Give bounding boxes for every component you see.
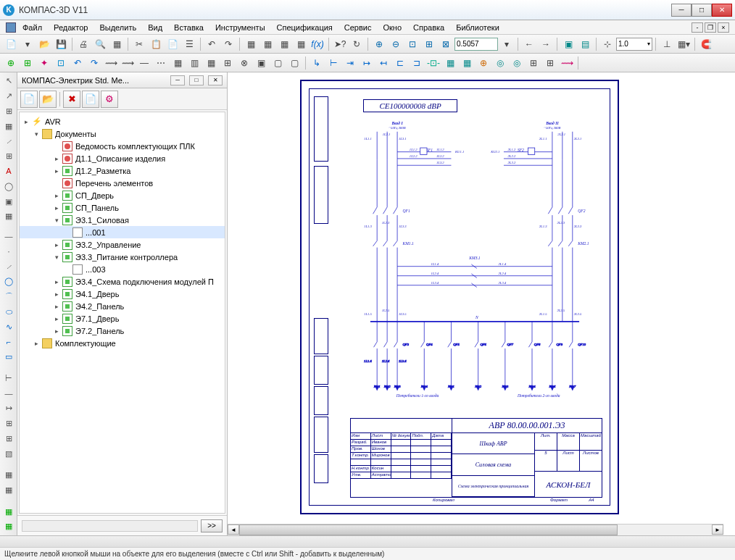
e10-icon[interactable]: ⋯ — [153, 55, 169, 71]
rt-d6[interactable]: ▧ — [1, 446, 16, 461]
close-button[interactable]: ✕ — [712, 4, 732, 17]
rt-7[interactable]: A — [1, 164, 16, 179]
nav-right-icon[interactable]: → — [538, 36, 554, 52]
panel-goto[interactable]: >> — [201, 519, 223, 532]
tree-item[interactable]: ...001 — [20, 226, 225, 238]
pt-add[interactable]: 📄 — [82, 91, 99, 108]
zoom-out-icon[interactable]: ⊖ — [388, 36, 404, 52]
new-icon[interactable]: 📄 — [3, 36, 19, 52]
e4-icon[interactable]: ⊡ — [53, 55, 69, 71]
tree-item[interactable]: ▸Д1.1_Описание изделия — [20, 152, 225, 164]
panel-close[interactable]: ✕ — [208, 75, 223, 85]
rt-2[interactable]: ↗ — [1, 89, 16, 104]
e13-icon[interactable]: ▦ — [203, 55, 219, 71]
menu-help[interactable]: Справка — [408, 22, 449, 33]
magnet-icon[interactable]: 🧲 — [698, 36, 714, 52]
e7-icon[interactable]: ⟿ — [103, 55, 119, 71]
w9-icon[interactable]: ▦ — [442, 55, 458, 71]
rt-y2[interactable]: ▦ — [1, 519, 16, 534]
rt-d5[interactable]: ⊞ — [1, 431, 16, 446]
w16-icon[interactable]: ⟿ — [559, 55, 575, 71]
tree-item[interactable]: ▸СП_Дверь — [20, 189, 225, 201]
nav-left-icon[interactable]: ← — [521, 36, 537, 52]
cut-icon[interactable]: ✂ — [131, 36, 147, 52]
menu-libs[interactable]: Библиотеки — [451, 22, 504, 33]
tree-item[interactable]: Ведомость комплектующих ПЛК — [20, 140, 225, 152]
e2-icon[interactable]: ⊞ — [20, 55, 36, 71]
zoom-sel-icon[interactable]: ⊞ — [421, 36, 437, 52]
w2-icon[interactable]: ⊢ — [325, 55, 341, 71]
menu-insert[interactable]: Вставка — [169, 22, 209, 33]
zoom-win-icon[interactable]: ⊡ — [404, 36, 420, 52]
rt-line[interactable]: — — [1, 230, 16, 244]
tree-docs[interactable]: ▾ Документы — [20, 128, 225, 140]
e9-icon[interactable]: — — [136, 55, 152, 71]
redo-icon[interactable]: ↷ — [220, 36, 236, 52]
drawing-canvas[interactable]: СЕ100000008 dBP Ввод I ~50Гц 380В Ввод I… — [228, 72, 735, 535]
tree-components[interactable]: ▸ Комплектующие — [20, 337, 225, 349]
project-tree[interactable]: ▸ ⚡ AVR ▾ Документы Ведомость комплектую… — [19, 112, 225, 514]
mdi-min[interactable]: - — [692, 22, 703, 33]
rt-6[interactable]: ⊞ — [1, 149, 16, 164]
rt-1[interactable]: ↖ — [1, 74, 16, 88]
rt-pt[interactable]: · — [1, 244, 16, 259]
lib2-icon[interactable]: ▦ — [259, 36, 275, 52]
rt-9[interactable]: ▣ — [1, 194, 16, 209]
pt-new[interactable]: 📄 — [20, 91, 38, 108]
lib-icon[interactable]: ▦ — [243, 36, 259, 52]
maximize-button[interactable]: □ — [692, 4, 712, 17]
e5-icon[interactable]: ↶ — [70, 55, 86, 71]
w15-icon[interactable]: ⊞ — [542, 55, 558, 71]
scale-combo[interactable]: 1.0▾ — [616, 38, 652, 51]
rt-d3[interactable]: ↦ — [1, 401, 16, 416]
w8-icon[interactable]: -⊡- — [425, 55, 441, 71]
e8-icon[interactable]: ⟿ — [120, 55, 136, 71]
rt-aux[interactable]: ⟋ — [1, 259, 16, 274]
rt-d4[interactable]: ⊞ — [1, 417, 16, 431]
menu-service[interactable]: Сервис — [339, 22, 377, 33]
w3-icon[interactable]: ⇥ — [342, 55, 358, 71]
orto-icon[interactable]: ⊥ — [659, 36, 675, 52]
undo-icon[interactable]: ↶ — [204, 36, 220, 52]
e3-icon[interactable]: ✦ — [36, 55, 52, 71]
panel-min[interactable]: ─ — [170, 75, 185, 85]
fx-icon[interactable]: f(x) — [310, 36, 325, 52]
w4-icon[interactable]: ↦ — [359, 55, 375, 71]
w11-icon[interactable]: ⊕ — [476, 55, 491, 71]
tree-item[interactable]: ▸Э3.4_Схема подключения модулей П — [20, 275, 225, 288]
rt-x2[interactable]: ▦ — [1, 483, 16, 498]
rt-arc[interactable]: ⌒ — [1, 290, 16, 304]
copy-icon[interactable]: 📋 — [148, 36, 164, 52]
layer1-icon[interactable]: ▣ — [560, 36, 576, 52]
rt-cha[interactable]: ⌐ — [1, 335, 16, 349]
w6-icon[interactable]: ⊏ — [392, 55, 408, 71]
redo2-icon[interactable]: ↻ — [349, 36, 365, 52]
zoom-dd-icon[interactable]: ▾ — [499, 36, 515, 52]
pt-open[interactable]: 📂 — [39, 91, 57, 108]
mdi-restore[interactable]: ❐ — [705, 22, 716, 33]
mdi-close[interactable]: × — [718, 22, 729, 33]
rt-x1[interactable]: ▦ — [1, 468, 16, 482]
rt-10[interactable]: ▦ — [1, 209, 16, 224]
rt-y1[interactable]: ▦ — [1, 504, 16, 519]
panel-max[interactable]: □ — [189, 75, 204, 85]
tree-root[interactable]: ▸ ⚡ AVR — [20, 115, 225, 128]
menu-tools[interactable]: Инструменты — [210, 22, 270, 33]
tree-item[interactable]: ▾Э3.1_Силовая — [20, 214, 225, 226]
print-icon[interactable]: 🖨 — [75, 36, 91, 52]
panel-hscroll[interactable] — [22, 520, 198, 532]
save-icon[interactable]: 💾 — [53, 36, 69, 52]
menu-view[interactable]: Вид — [143, 22, 167, 33]
e14-icon[interactable]: ⊞ — [220, 55, 236, 71]
tree-item[interactable]: ▸Э4.1_Дверь — [20, 288, 225, 300]
w1-icon[interactable]: ↳ — [309, 55, 325, 71]
tree-item[interactable]: ...003 — [20, 263, 225, 275]
rt-4[interactable]: ▦ — [1, 119, 16, 133]
tree-item[interactable]: ▸Д1.2_Разметка — [20, 164, 225, 177]
rt-rect[interactable]: ▭ — [1, 350, 16, 364]
zoom-in-icon[interactable]: ⊕ — [371, 36, 387, 52]
menu-window[interactable]: Окно — [378, 22, 407, 33]
e16-icon[interactable]: ▣ — [253, 55, 269, 71]
help-icon[interactable]: ➤? — [332, 36, 348, 52]
w13-icon[interactable]: ◎ — [509, 55, 525, 71]
